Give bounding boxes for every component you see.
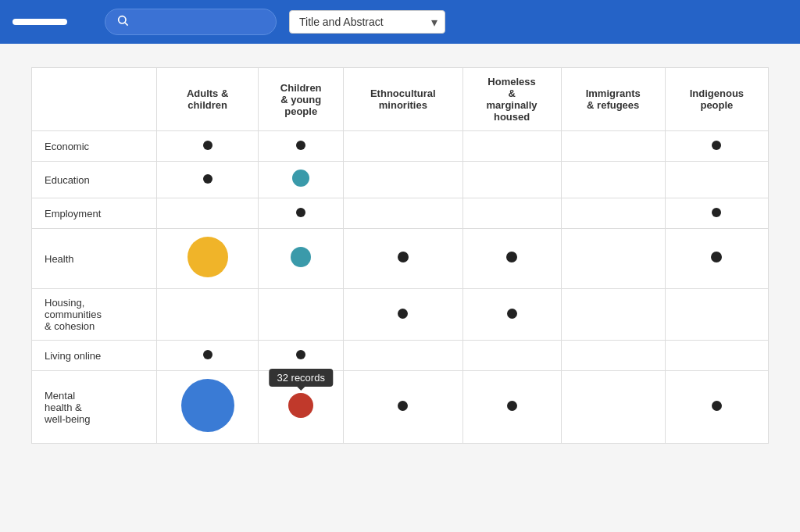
cell-0-children [259,131,344,162]
cell-4-indigenous [665,289,768,341]
row-label-1: Education [32,162,157,198]
bubble [507,309,517,319]
cell-5-ethno [344,341,462,371]
bubble-wrapper [291,247,311,270]
bubble-wrapper [188,237,228,280]
cell-5-homeless [462,341,561,371]
bubble [712,401,722,411]
logo [12,19,67,25]
svg-line-1 [125,23,128,26]
cell-2-indigenous [665,198,768,229]
cell-3-homeless [462,229,561,289]
cell-2-ethno [344,198,462,229]
col-header-immigrants: Immigrants& refugees [561,68,665,131]
cell-0-ethno [344,131,462,162]
bubble [203,141,212,150]
cell-0-immigrants [561,131,665,162]
col-header-ethno: Ethnoculturalminorities [344,68,462,131]
bubble-wrapper [296,139,305,153]
bubble [203,174,212,184]
row-label-5: Living online [32,341,157,371]
row-label-2: Employment [32,198,157,229]
cell-3-immigrants [561,229,665,289]
cell-5-adults [157,341,259,371]
col-header-children: Children& youngpeople [259,68,344,131]
bubble [292,170,309,187]
bubble-wrapper [712,139,721,153]
bubble-wrapper[interactable]: 32 records [288,393,313,421]
cell-0-homeless [462,131,561,162]
cell-3-adults [157,229,259,289]
bubble-wrapper [507,400,517,414]
bubble [398,401,408,411]
cell-2-adults [157,198,259,229]
table-row: Economic [32,131,769,162]
cell-1-children [259,162,344,198]
table-row: Employment [32,198,769,229]
table-row: Health [32,229,769,289]
bubble [398,309,408,319]
bubble-wrapper [712,206,721,220]
bubble-wrapper [398,400,408,414]
bubble [296,350,305,359]
bubble [288,393,313,418]
row-label-4: Housing,communities& cohesion [32,289,157,341]
bubble-wrapper [507,308,517,322]
cell-6-indigenous [665,371,768,444]
cell-4-children [259,289,344,341]
bubble-wrapper [506,252,517,266]
cell-2-children [259,198,344,229]
bubble-wrapper [296,206,305,220]
bubble [712,208,721,217]
cell-5-immigrants [561,341,665,371]
bubble-wrapper [398,252,409,266]
bubble [712,141,721,150]
col-header-category [32,68,157,131]
search-input[interactable] [135,16,265,28]
bubble [203,350,212,359]
bubble-chart-table: Adults &childrenChildren& youngpeopleEth… [31,67,769,444]
table-row: Education [32,162,769,198]
bubble [181,379,234,432]
bubble-wrapper [203,173,212,187]
cell-1-immigrants [561,162,665,198]
table-row: Housing,communities& cohesion [32,289,769,341]
bubble [291,247,311,267]
bubble [506,252,517,262]
col-header-homeless: Homeless&marginallyhoused [462,68,561,131]
bubble-wrapper [712,400,722,414]
cell-3-children [259,229,344,289]
cell-3-ethno [344,229,462,289]
menu-button[interactable] [80,19,92,25]
cell-1-adults [157,162,259,198]
bubble-wrapper [203,348,212,362]
cell-4-homeless [462,289,561,341]
bubble-wrapper [398,308,408,322]
row-label-0: Economic [32,131,157,162]
cell-1-ethno [344,162,462,198]
cell-5-indigenous [665,341,768,371]
cell-3-indigenous [665,229,768,289]
search-field-dropdown[interactable]: Title and AbstractTitle onlyAbstract onl… [289,10,445,34]
bubble [507,401,517,411]
table-row: Mentalhealth &well-being32 records [32,371,769,444]
row-label-6: Mentalhealth &well-being [32,371,157,444]
cell-0-adults [157,131,259,162]
tooltip: 32 records [269,369,332,387]
app-header: Title and AbstractTitle onlyAbstract onl… [0,0,800,44]
col-header-indigenous: Indigenouspeople [665,68,768,131]
row-label-3: Health [32,229,157,289]
cell-1-indigenous [665,162,768,198]
bubble-wrapper [203,139,212,153]
cell-6-immigrants [561,371,665,444]
bubble-wrapper [292,170,309,190]
search-field-dropdown-wrapper: Title and AbstractTitle onlyAbstract onl… [289,10,445,34]
cell-2-homeless [462,198,561,229]
cell-4-ethno [344,289,462,341]
cell-6-ethno [344,371,462,444]
search-bar [105,9,277,35]
table-header-row: Adults &childrenChildren& youngpeopleEth… [32,68,769,131]
search-icon [116,14,129,30]
cell-4-immigrants [561,289,665,341]
col-header-adults: Adults &children [157,68,259,131]
